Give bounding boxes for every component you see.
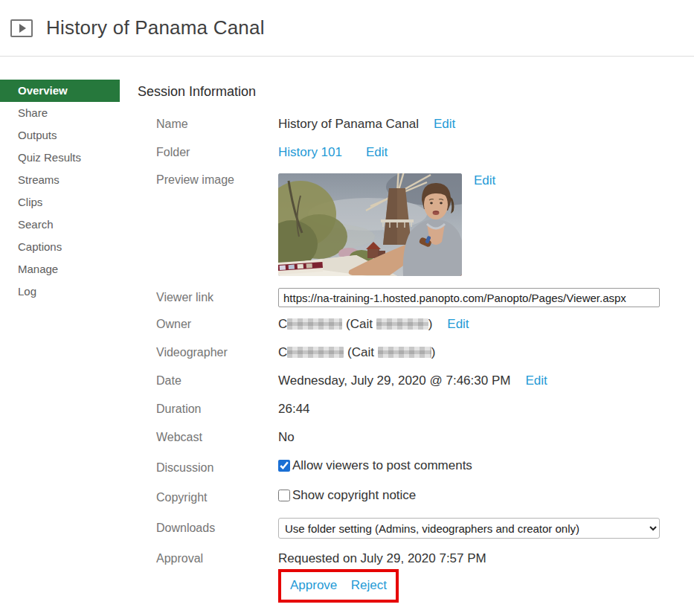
preview-image-row: Preview image	[138, 173, 694, 276]
sidebar-item-manage[interactable]: Manage	[0, 258, 138, 280]
preview-image-label: Preview image	[156, 173, 278, 187]
sidebar-item-share[interactable]: Share	[0, 102, 138, 124]
downloads-label: Downloads	[156, 522, 278, 535]
preview-image-thumbnail	[278, 173, 462, 276]
owner-label: Owner	[156, 318, 278, 331]
red-annotation-box: Approve Reject	[278, 569, 399, 603]
preview-image-edit-link[interactable]: Edit	[474, 173, 495, 188]
session-information-panel: Session Information Name History of Pana…	[138, 57, 694, 603]
date-value: Wednesday, July 29, 2020 @ 7:46:30 PM	[278, 373, 510, 388]
name-row: Name History of Panama Canal Edit	[138, 117, 694, 132]
name-edit-link[interactable]: Edit	[434, 117, 455, 132]
owner-edit-link[interactable]: Edit	[447, 317, 469, 332]
session-name-value: History of Panama Canal	[278, 117, 419, 132]
sidebar-item-quiz-results[interactable]: Quiz Results	[0, 147, 138, 169]
redacted-lastname	[378, 347, 431, 358]
downloads-row: Downloads Use folder setting (Admins, vi…	[138, 518, 694, 539]
viewer-link-label: Viewer link	[156, 291, 278, 304]
copyright-label: Copyright	[156, 491, 278, 504]
owner-row: Owner C (Cait ) Edit	[138, 317, 694, 332]
allow-comments-checkbox[interactable]	[278, 460, 290, 472]
copyright-row: Copyright Show copyright notice	[138, 488, 694, 504]
date-label: Date	[156, 374, 278, 388]
show-copyright-checkbox-label: Show copyright notice	[292, 488, 416, 503]
sidebar-item-log[interactable]: Log	[0, 280, 138, 303]
approval-row: Approval Requested on July 29, 2020 7:57…	[138, 551, 694, 566]
webcast-row: Webcast No	[138, 430, 694, 445]
approval-status-value: Requested on July 29, 2020 7:57 PM	[278, 551, 486, 566]
folder-link[interactable]: History 101	[278, 145, 342, 160]
section-heading: Session Information	[138, 84, 694, 100]
show-copyright-checkbox[interactable]	[278, 490, 290, 501]
approval-actions-row: Approve Reject	[138, 569, 694, 603]
redacted-username	[287, 318, 342, 330]
video-play-icon	[10, 19, 33, 37]
sidebar-item-overview[interactable]: Overview	[0, 80, 120, 102]
allow-comments-checkbox-label: Allow viewers to post comments	[292, 458, 472, 473]
folder-edit-link[interactable]: Edit	[366, 145, 388, 160]
sidebar-item-captions[interactable]: Captions	[0, 236, 138, 258]
approval-label: Approval	[156, 552, 278, 565]
page-title: History of Panama Canal	[46, 16, 265, 39]
discussion-row: Discussion Allow viewers to post comment…	[138, 458, 694, 475]
webcast-label: Webcast	[156, 431, 278, 444]
duration-label: Duration	[156, 402, 278, 416]
sidebar-item-outputs[interactable]: Outputs	[0, 124, 138, 147]
folder-label: Folder	[156, 146, 278, 159]
session-header: History of Panama Canal	[0, 0, 694, 57]
sidebar-item-search[interactable]: Search	[0, 214, 138, 236]
discussion-label: Discussion	[156, 461, 278, 475]
redacted-username	[287, 347, 344, 358]
sidebar: Overview Share Outputs Quiz Results Stre…	[0, 57, 138, 603]
videographer-label: Videographer	[156, 346, 278, 359]
date-edit-link[interactable]: Edit	[525, 373, 547, 388]
downloads-select[interactable]: Use folder setting (Admins, videographer…	[278, 518, 660, 539]
date-row: Date Wednesday, July 29, 2020 @ 7:46:30 …	[138, 373, 694, 388]
videographer-value: C (Cait )	[278, 345, 435, 360]
reject-link[interactable]: Reject	[351, 578, 387, 592]
sidebar-item-streams[interactable]: Streams	[0, 169, 138, 191]
duration-value: 26:44	[278, 402, 310, 417]
viewer-link-input[interactable]	[278, 288, 660, 307]
webcast-value: No	[278, 430, 295, 445]
folder-row: Folder History 101 Edit	[138, 145, 694, 160]
name-label: Name	[156, 118, 278, 131]
duration-row: Duration 26:44	[138, 402, 694, 417]
redacted-lastname	[376, 318, 428, 330]
viewer-link-row: Viewer link	[138, 288, 694, 307]
approve-link[interactable]: Approve	[290, 578, 337, 592]
sidebar-item-clips[interactable]: Clips	[0, 191, 138, 214]
owner-value: C (Cait )	[278, 317, 432, 332]
videographer-row: Videographer C (Cait )	[138, 345, 694, 360]
